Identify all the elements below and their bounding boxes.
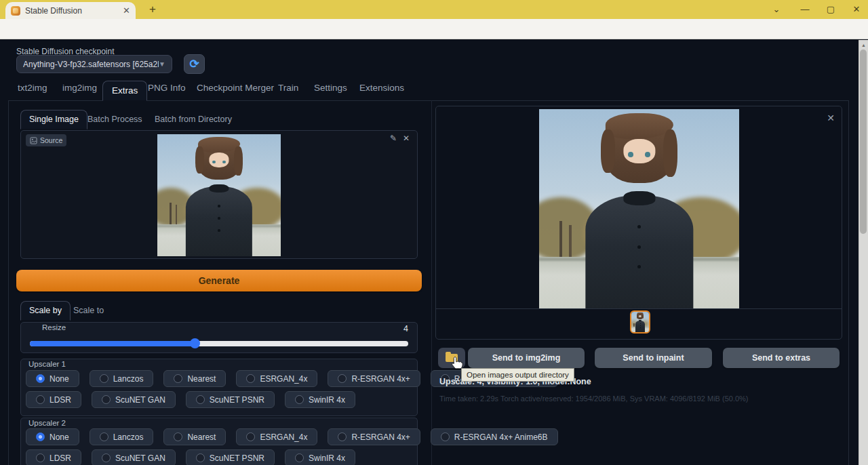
send-to-extras-button[interactable]: Send to extras	[723, 348, 840, 368]
source-label: Source	[40, 136, 62, 144]
upscaler2-option-ldsr[interactable]: LDSR	[26, 449, 81, 465]
window-minimize-icon[interactable]: —	[800, 5, 810, 14]
subtab-batch-process[interactable]: Batch Process	[87, 115, 142, 124]
radio-icon	[174, 432, 182, 441]
scene-shape	[637, 314, 638, 319]
folder-tooltip: Open images output directory	[461, 368, 574, 382]
upscaler1-option-nearest[interactable]: Nearest	[163, 370, 226, 387]
result-image[interactable]	[539, 109, 739, 309]
upscaler2-option-nearest[interactable]: Nearest	[163, 428, 226, 445]
tab-title: Stable Diffusion	[25, 6, 118, 16]
radio-icon	[295, 453, 304, 462]
tab-train[interactable]: Train	[278, 83, 298, 93]
subtab-scale-by[interactable]: Scale by	[20, 301, 71, 321]
scene-shape	[628, 152, 633, 157]
radio-icon	[246, 432, 255, 441]
radio-selected-icon	[36, 432, 45, 441]
column-divider	[431, 100, 432, 465]
tab-settings[interactable]: Settings	[314, 83, 347, 93]
radio-icon	[196, 453, 205, 462]
source-image[interactable]	[157, 134, 281, 256]
scene-shape	[218, 217, 220, 219]
radio-icon	[100, 432, 108, 441]
upscaler1-option-r-esrgan-4x[interactable]: R-ESRGAN 4x+	[328, 370, 420, 387]
upscaler1-option-lanczos[interactable]: Lanczos	[90, 370, 154, 387]
tab-close-icon[interactable]: ✕	[123, 6, 130, 15]
upscaler2-option-scunet-gan[interactable]: ScuNET GAN	[92, 449, 176, 465]
upscaler2-option-lanczos[interactable]: Lanczos	[90, 428, 154, 445]
gallery-thumbnail-selected[interactable]	[630, 310, 650, 333]
scene-shape	[234, 146, 243, 176]
clear-source-icon[interactable]: ✕	[403, 134, 410, 143]
radio-icon	[36, 395, 45, 404]
scene-shape	[601, 129, 615, 174]
tab-checkpoint-merger[interactable]: Checkpoint Merger	[197, 83, 274, 93]
resize-label: Resize	[42, 323, 66, 331]
edit-pencil-icon[interactable]: ✎	[390, 134, 397, 143]
scene-shape	[569, 225, 572, 259]
upscaler2-option-esrgan-4x[interactable]: ESRGAN_4x	[236, 428, 317, 445]
chevron-down-icon: ▼	[159, 60, 165, 68]
scrollbar-thumb[interactable]	[860, 49, 867, 234]
window-maximize-icon[interactable]: ▢	[826, 5, 835, 14]
subtab-scale-to[interactable]: Scale to	[73, 306, 104, 315]
send-to-img2img-button[interactable]: Send to img2img	[468, 348, 585, 368]
radio-icon	[196, 395, 205, 404]
upscaler1-option-ldsr[interactable]: LDSR	[26, 391, 81, 408]
scene-shape	[585, 195, 693, 309]
scene-shape	[623, 191, 655, 205]
subtab-single-image[interactable]: Single Image	[20, 110, 87, 129]
stable-diffusion-favicon-icon	[11, 6, 20, 16]
generate-button[interactable]: Generate	[16, 270, 422, 291]
checkpoint-dropdown[interactable]: Anything-V3-fp32.safetensors [625a2ba2] …	[16, 55, 172, 73]
upscaler1-option-none[interactable]: None	[26, 370, 79, 387]
upscaler2-option-r-esrgan-4x[interactable]: R-ESRGAN 4x+	[328, 428, 420, 445]
result-close-icon[interactable]: ✕	[825, 113, 836, 123]
new-tab-button[interactable]: +	[146, 3, 159, 16]
radio-icon	[36, 453, 45, 462]
tab-extensions[interactable]: Extensions	[359, 83, 404, 93]
mouse-cursor-hand-icon	[450, 356, 465, 373]
window-menu-chevron-icon[interactable]: ⌄	[772, 5, 781, 14]
subtab-batch-from-directory[interactable]: Batch from Directory	[155, 115, 232, 124]
browser-titlebar: Stable Diffusion ✕ + ⌄ — ▢ ✕	[0, 0, 868, 19]
resize-number-input[interactable]: 4	[323, 324, 408, 337]
upscaler2-option-r-esrgan-anime6b[interactable]: R-ESRGAN 4x+ Anime6B	[431, 428, 558, 445]
source-chip: Source	[26, 134, 66, 146]
browser-tab[interactable]: Stable Diffusion ✕	[5, 2, 136, 19]
scene-shape	[212, 161, 216, 164]
upscaler1-option-scunet-psnr[interactable]: ScuNET PSNR	[186, 391, 275, 408]
radio-icon	[441, 432, 450, 441]
generation-footer-text: Time taken: 2.29s Torch active/reserved:…	[439, 395, 749, 403]
radio-icon	[338, 432, 347, 441]
browser-toolbar: i 127.0.0.1:7860 G	[0, 19, 868, 39]
tab-png-info[interactable]: PNG Info	[148, 83, 186, 93]
scene-shape	[663, 129, 677, 178]
upscaler2-option-swinir-4x[interactable]: SwinIR 4x	[285, 449, 355, 465]
upscaler2-option-none[interactable]: None	[26, 428, 79, 445]
scene-shape	[176, 205, 177, 226]
scene-shape	[170, 203, 172, 227]
radio-icon	[246, 374, 255, 383]
resize-slider-thumb[interactable]	[190, 338, 200, 348]
checkpoint-value: Anything-V3-fp32.safetensors [625a2ba2]	[23, 60, 159, 69]
upscaler2-option-scunet-psnr[interactable]: ScuNET PSNR	[186, 449, 275, 465]
scene-shape	[623, 139, 655, 163]
scene-shape	[218, 205, 220, 207]
scene-shape	[209, 153, 229, 167]
upscaler1-label: Upscaler 1	[28, 360, 66, 368]
checkpoint-refresh-button[interactable]: ⟳	[184, 54, 205, 74]
send-to-inpaint-button[interactable]: Send to inpaint	[595, 348, 712, 368]
tab-txt2img[interactable]: txt2img	[18, 83, 47, 93]
scene-shape	[635, 321, 645, 332]
tab-extras[interactable]: Extras	[102, 81, 147, 101]
scrollbar-up-arrow-icon[interactable]: ▲	[861, 43, 866, 47]
thumbnail-image	[631, 312, 649, 332]
upscaler1-option-scunet-gan[interactable]: ScuNET GAN	[92, 391, 176, 408]
tab-img2img[interactable]: img2img	[62, 83, 97, 93]
window-close-icon[interactable]: ✕	[852, 5, 861, 14]
upscaler1-option-esrgan-4x[interactable]: ESRGAN_4x	[236, 370, 317, 387]
upscaler1-option-swinir-4x[interactable]: SwinIR 4x	[285, 391, 355, 408]
upscaler2-label: Upscaler 2	[28, 419, 66, 427]
radio-icon	[102, 395, 111, 404]
